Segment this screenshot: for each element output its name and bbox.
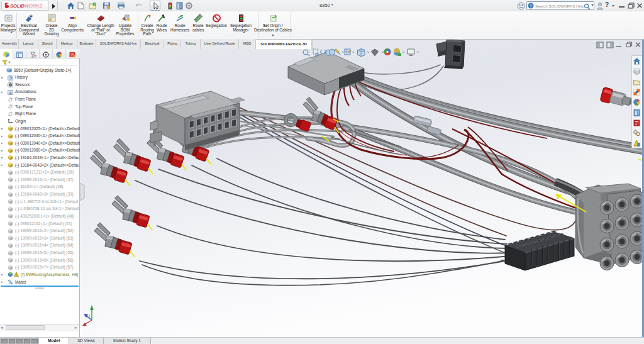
svg-text:A: A: [9, 91, 11, 94]
svg-text:SOLID: SOLID: [10, 3, 25, 9]
svg-text:?: ?: [530, 4, 532, 8]
svg-text:WORKS: WORKS: [25, 3, 42, 9]
